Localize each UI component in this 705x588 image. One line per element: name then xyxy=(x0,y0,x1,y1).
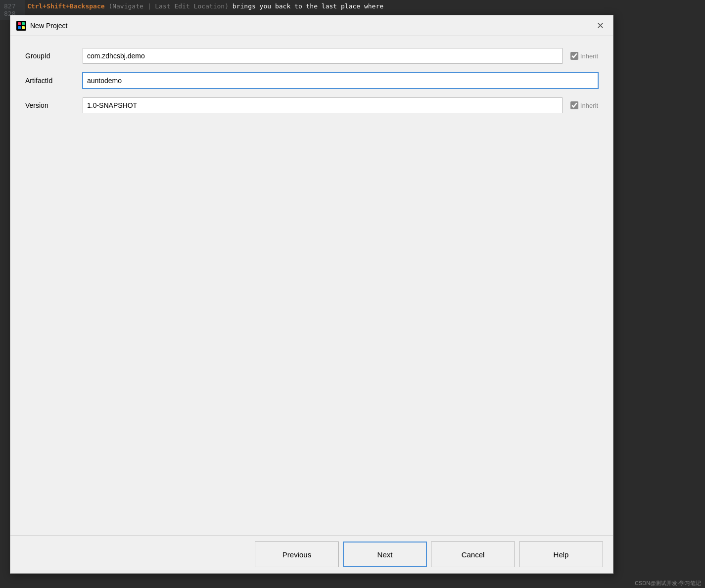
group-id-row: GroupId Inherit xyxy=(25,48,598,64)
dialog-titlebar: New Project ✕ xyxy=(10,15,613,36)
artifact-id-row: ArtifactId xyxy=(25,73,598,89)
intellij-icon xyxy=(16,21,26,31)
dialog-title-text: New Project xyxy=(30,22,67,30)
artifact-id-input[interactable] xyxy=(83,73,598,89)
svg-rect-2 xyxy=(22,22,25,25)
group-id-inherit-label: Inherit xyxy=(580,52,598,60)
previous-button[interactable]: Previous xyxy=(255,542,339,567)
version-row: Version Inherit xyxy=(25,97,598,113)
svg-rect-3 xyxy=(18,26,21,29)
group-id-inherit-checkbox[interactable] xyxy=(570,52,578,60)
version-inherit-checkbox[interactable] xyxy=(570,101,578,109)
dialog-footer: Previous Next Cancel Help xyxy=(10,535,613,573)
dialog-title-left: New Project xyxy=(16,21,67,31)
version-inherit-wrapper: Inherit xyxy=(570,101,598,109)
group-id-input[interactable] xyxy=(83,48,563,64)
cancel-button[interactable]: Cancel xyxy=(431,542,515,567)
dialog-content: GroupId Inherit ArtifactId Version Inher… xyxy=(10,36,613,535)
dialog-overlay: New Project ✕ GroupId Inherit ArtifactId xyxy=(0,0,705,588)
next-button[interactable]: Next xyxy=(343,542,427,567)
svg-rect-0 xyxy=(16,21,26,31)
group-id-inherit-wrapper: Inherit xyxy=(570,52,598,60)
version-input[interactable] xyxy=(83,97,563,113)
group-id-label: GroupId xyxy=(25,52,75,60)
svg-rect-1 xyxy=(18,22,21,25)
watermark: CSDN@测试开发-学习笔记 xyxy=(635,580,701,587)
version-inherit-label: Inherit xyxy=(580,102,598,109)
svg-rect-4 xyxy=(22,26,25,29)
help-button[interactable]: Help xyxy=(519,542,603,567)
artifact-id-label: ArtifactId xyxy=(25,77,75,85)
version-label: Version xyxy=(25,101,75,109)
close-button[interactable]: ✕ xyxy=(593,19,607,33)
new-project-dialog: New Project ✕ GroupId Inherit ArtifactId xyxy=(10,15,613,574)
